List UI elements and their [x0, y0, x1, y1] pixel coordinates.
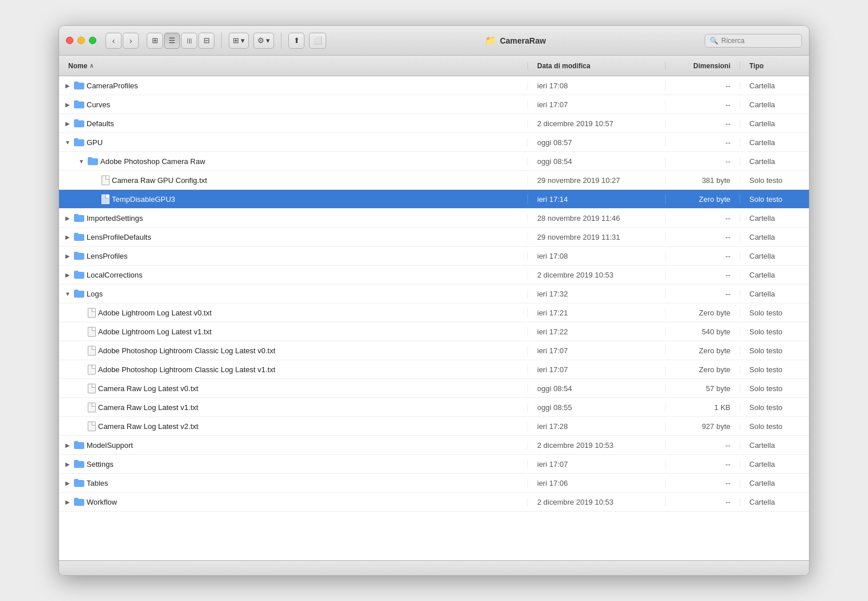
disclosure-tables[interactable]: ▶	[64, 479, 72, 487]
file-row-camera-raw-gpu-config[interactable]: Camera Raw GPU Config.txt 29 novembre 20…	[59, 171, 809, 190]
file-row-lens-profiles[interactable]: ▶ LensProfiles ieri 17:08 -- Cartella	[59, 247, 809, 266]
cell-date-adobe-photoshop-lightroom-classic-v0: ieri 17:07	[528, 346, 666, 355]
disclosure-adobe-photoshop-camera-raw[interactable]: ▼	[77, 157, 85, 165]
file-row-local-corrections[interactable]: ▶ LocalCorrections 2 dicembre 2019 10:53…	[59, 266, 809, 284]
file-row-camera-profiles[interactable]: ▶ CameraProfiles ieri 17:08 -- Cartella	[59, 76, 809, 95]
window-title: 📁 CameraRaw	[331, 35, 700, 46]
file-icon-temp-disable-gpu3	[101, 194, 110, 204]
disclosure-imported-settings[interactable]: ▶	[64, 214, 72, 222]
disclosure-camera-raw-log-v0	[77, 384, 85, 392]
cell-date-adobe-photoshop-lightroom-classic-v1: ieri 17:07	[528, 365, 666, 374]
back-button[interactable]: ‹	[105, 33, 122, 49]
title-text: CameraRaw	[500, 36, 546, 45]
file-row-adobe-lightroom-log-v1[interactable]: Adobe Lightroom Log Latest v1.txt ieri 1…	[59, 322, 809, 341]
file-icon-camera-raw-log-v1	[88, 403, 96, 412]
cell-size-adobe-photoshop-lightroom-classic-v0: Zero byte	[666, 346, 740, 355]
cell-type-lens-profile-defaults: Cartella	[740, 233, 809, 241]
file-row-gpu[interactable]: ▼ GPU oggi 08:57 -- Cartella	[59, 133, 809, 152]
actions-button[interactable]: ⚙ ▾	[253, 33, 274, 49]
gallery-view-button[interactable]: ⊟	[198, 33, 214, 49]
column-view-icon: ⫼	[186, 36, 193, 45]
file-row-camera-raw-log-v0[interactable]: Camera Raw Log Latest v0.txt oggi 08:54 …	[59, 379, 809, 398]
list-view-button[interactable]: ☰	[164, 33, 180, 49]
cell-name-lens-profile-defaults: ▶ LensProfileDefaults	[59, 233, 528, 241]
file-row-lens-profile-defaults[interactable]: ▶ LensProfileDefaults 29 novembre 2019 1…	[59, 228, 809, 247]
file-name-camera-raw-log-v0: Camera Raw Log Latest v0.txt	[98, 384, 198, 393]
cell-name-adobe-photoshop-lightroom-classic-v1: Adobe Photoshop Lightroom Classic Log La…	[59, 365, 528, 374]
file-row-settings[interactable]: ▶ Settings ieri 17:07 -- Cartella	[59, 455, 809, 474]
file-row-camera-raw-log-v1[interactable]: Camera Raw Log Latest v1.txt oggi 08:55 …	[59, 398, 809, 417]
disclosure-camera-profiles[interactable]: ▶	[64, 81, 72, 89]
disclosure-curves[interactable]: ▶	[64, 100, 72, 108]
disclosure-camera-raw-log-v2	[77, 422, 85, 430]
cell-size-adobe-photoshop-lightroom-classic-v1: Zero byte	[666, 365, 740, 374]
file-name-camera-raw-log-v1: Camera Raw Log Latest v1.txt	[98, 403, 198, 412]
cell-name-gpu: ▼ GPU	[59, 138, 528, 147]
col-header-name[interactable]: Nome ∧	[59, 62, 528, 70]
disclosure-logs[interactable]: ▼	[64, 290, 72, 298]
file-name-settings: Settings	[87, 460, 114, 469]
cell-date-camera-raw-log-v0: oggi 08:54	[528, 384, 666, 393]
cell-date-adobe-lightroom-log-v0: ieri 17:21	[528, 309, 666, 317]
cell-type-adobe-lightroom-log-v1: Solo testo	[740, 327, 809, 336]
cell-size-workflow: --	[666, 498, 740, 506]
file-name-adobe-lightroom-log-v0: Adobe Lightroom Log Latest v0.txt	[98, 309, 212, 317]
cell-size-adobe-lightroom-log-v0: Zero byte	[666, 309, 740, 317]
cell-date-defaults: 2 dicembre 2019 10:57	[528, 119, 666, 128]
file-name-camera-profiles: CameraProfiles	[87, 81, 138, 90]
close-button[interactable]	[66, 37, 73, 44]
col-header-date[interactable]: Data di modifica	[528, 62, 666, 70]
file-row-adobe-photoshop-lightroom-classic-v0[interactable]: Adobe Photoshop Lightroom Classic Log La…	[59, 341, 809, 360]
icon-view-button[interactable]: ⊞	[147, 33, 163, 49]
search-box[interactable]: 🔍	[705, 34, 802, 48]
file-name-camera-raw-gpu-config: Camera Raw GPU Config.txt	[112, 176, 207, 185]
file-row-tables[interactable]: ▶ Tables ieri 17:06 -- Cartella	[59, 474, 809, 493]
disclosure-gpu[interactable]: ▼	[64, 138, 72, 146]
file-row-curves[interactable]: ▶ Curves ieri 17:07 -- Cartella	[59, 95, 809, 114]
column-view-button[interactable]: ⫼	[181, 33, 197, 49]
file-row-defaults[interactable]: ▶ Defaults 2 dicembre 2019 10:57 -- Cart…	[59, 114, 809, 133]
file-row-model-support[interactable]: ▶ ModelSupport 2 dicembre 2019 10:53 -- …	[59, 436, 809, 455]
tag-icon: ⬜	[313, 36, 322, 45]
file-row-temp-disable-gpu3[interactable]: TempDisableGPU3 ieri 17:14 Zero byte Sol…	[59, 190, 809, 209]
disclosure-settings[interactable]: ▶	[64, 460, 72, 468]
cell-size-camera-profiles: --	[666, 81, 740, 90]
cell-size-camera-raw-log-v1: 1 KB	[666, 403, 740, 412]
folder-icon-imported-settings	[74, 214, 84, 222]
share-button[interactable]: ⬆	[288, 33, 304, 49]
gallery-view-icon: ⊟	[204, 36, 210, 45]
cell-size-lens-profile-defaults: --	[666, 233, 740, 241]
file-row-camera-raw-log-v2[interactable]: Camera Raw Log Latest v2.txt ieri 17:28 …	[59, 417, 809, 436]
disclosure-model-support[interactable]: ▶	[64, 441, 72, 449]
cell-type-curves: Cartella	[740, 100, 809, 109]
file-row-adobe-lightroom-log-v0[interactable]: Adobe Lightroom Log Latest v0.txt ieri 1…	[59, 303, 809, 322]
disclosure-defaults[interactable]: ▶	[64, 119, 72, 127]
file-row-adobe-photoshop-camera-raw[interactable]: ▼ Adobe Photoshop Camera Raw oggi 08:54 …	[59, 152, 809, 171]
zoom-button[interactable]	[89, 37, 96, 44]
disclosure-adobe-photoshop-lightroom-classic-v0	[77, 346, 85, 354]
col-header-size[interactable]: Dimensioni	[666, 62, 740, 70]
cell-size-camera-raw-log-v2: 927 byte	[666, 422, 740, 431]
disclosure-lens-profile-defaults[interactable]: ▶	[64, 233, 72, 241]
forward-button[interactable]: ›	[123, 33, 139, 49]
file-row-adobe-photoshop-lightroom-classic-v1[interactable]: Adobe Photoshop Lightroom Classic Log La…	[59, 360, 809, 379]
separator-1	[221, 33, 222, 49]
file-row-logs[interactable]: ▼ Logs ieri 17:32 -- Cartella	[59, 284, 809, 303]
arrange-button[interactable]: ⊞ ▾	[229, 33, 249, 49]
file-row-workflow[interactable]: ▶ Workflow 2 dicembre 2019 10:53 -- Cart…	[59, 493, 809, 512]
search-input[interactable]	[721, 37, 797, 45]
cell-date-workflow: 2 dicembre 2019 10:53	[528, 498, 666, 506]
cell-date-local-corrections: 2 dicembre 2019 10:53	[528, 271, 666, 279]
folder-icon-camera-profiles	[74, 81, 84, 89]
file-name-gpu: GPU	[87, 138, 103, 147]
file-row-imported-settings[interactable]: ▶ ImportedSettings 28 novembre 2019 11:4…	[59, 209, 809, 228]
minimize-button[interactable]	[77, 37, 85, 44]
disclosure-adobe-lightroom-log-v0	[77, 309, 85, 317]
actions-arrow: ▾	[266, 36, 270, 45]
folder-icon-tables	[74, 479, 84, 487]
tag-button[interactable]: ⬜	[309, 33, 326, 49]
disclosure-lens-profiles[interactable]: ▶	[64, 252, 72, 260]
disclosure-local-corrections[interactable]: ▶	[64, 271, 72, 279]
disclosure-workflow[interactable]: ▶	[64, 498, 72, 506]
col-header-type[interactable]: Tipo	[740, 62, 809, 70]
